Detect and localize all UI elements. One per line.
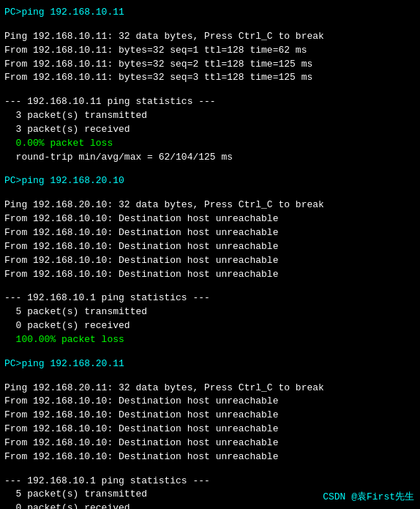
terminal-line: PC>ping 192.168.20.10 [4,174,416,188]
terminal-spacer [4,164,416,174]
terminal-line: PC>ping 192.168.20.11 [4,357,416,371]
terminal-line: round-trip min/avg/max = 62/104/125 ms [4,151,416,165]
terminal-line: Ping 192.168.20.11: 32 data bytes, Press… [4,382,416,395]
terminal-spacer [4,347,416,357]
terminal-line: From 192.168.10.10: Destination host unr… [4,254,416,268]
terminal-spacer [4,464,416,475]
terminal-spacer [4,20,416,30]
terminal-line: From 192.168.10.10: Destination host unr… [4,268,416,282]
terminal-line: Ping 192.168.20.10: 32 data bytes, Press… [4,198,416,212]
terminal-line: 5 packet(s) transmitted [4,305,416,319]
terminal-line: From 192.168.10.10: Destination host unr… [4,409,416,423]
terminal-line: PC>ping 192.168.10.11 [4,6,416,20]
terminal-line: 3 packet(s) transmitted [4,109,416,123]
watermark: CSDN @袁First先生 [323,490,414,503]
terminal-spacer [4,85,416,95]
terminal-line: From 192.168.10.10: Destination host unr… [4,240,416,254]
terminal-line: From 192.168.10.10: Destination host unr… [4,212,416,226]
terminal-line: --- 192.168.10.1 ping statistics --- [4,291,416,305]
terminal-line: From 192.168.10.10: Destination host unr… [4,423,416,436]
terminal-line: 3 packet(s) received [4,123,416,137]
terminal-line: From 192.168.10.11: bytes=32 seq=2 ttl=1… [4,58,416,72]
terminal-line: From 192.168.10.11: bytes=32 seq=1 ttl=1… [4,44,416,58]
terminal-line: From 192.168.10.10: Destination host unr… [4,450,416,464]
terminal-window: PC>ping 192.168.10.11Ping 192.168.10.11:… [0,0,420,509]
terminal-line: --- 192.168.10.11 ping statistics --- [4,95,416,109]
terminal-line: --- 192.168.10.1 ping statistics --- [4,475,416,488]
terminal-line: 0 packet(s) received [4,319,416,333]
terminal-line: Ping 192.168.10.11: 32 data bytes, Press… [4,30,416,44]
terminal-line: From 192.168.10.10: Destination host unr… [4,436,416,450]
terminal-line: From 192.168.10.10: Destination host unr… [4,395,416,409]
terminal-spacer [4,188,416,198]
terminal-content: PC>ping 192.168.10.11Ping 192.168.10.11:… [4,6,416,509]
terminal-line: From 192.168.10.10: Destination host unr… [4,226,416,240]
terminal-line: 100.00% packet loss [4,333,416,347]
terminal-spacer [4,281,416,291]
terminal-line: 0.00% packet loss [4,137,416,151]
terminal-spacer [4,371,416,382]
terminal-line: From 192.168.10.11: bytes=32 seq=3 ttl=1… [4,71,416,85]
